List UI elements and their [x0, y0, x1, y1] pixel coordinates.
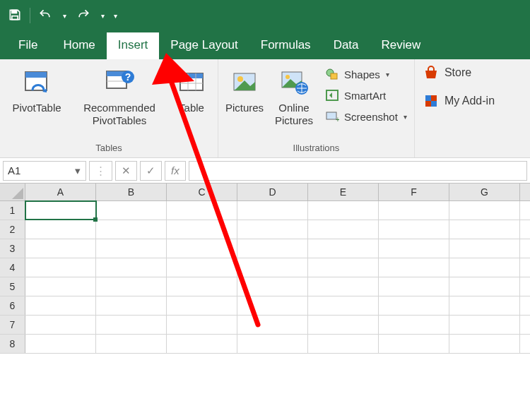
cell[interactable] — [25, 239, 96, 258]
cell[interactable] — [379, 296, 449, 315]
cell[interactable] — [237, 296, 308, 315]
tab-data[interactable]: Data — [322, 32, 370, 59]
column-header[interactable]: E — [308, 184, 379, 200]
row-header[interactable]: 6 — [0, 296, 25, 315]
cell[interactable] — [237, 335, 308, 353]
cell[interactable] — [379, 316, 449, 334]
formula-input[interactable] — [189, 161, 527, 181]
cell[interactable] — [308, 258, 379, 277]
undo-button[interactable] — [33, 4, 57, 28]
my-addins-button[interactable]: My Add-in — [423, 93, 495, 109]
cell[interactable] — [25, 316, 96, 334]
tab-review[interactable]: Review — [370, 32, 432, 59]
qat-customize[interactable]: ▾ — [110, 4, 121, 28]
smartart-button[interactable]: SmartArt — [322, 86, 410, 104]
cell[interactable] — [96, 335, 167, 353]
cell[interactable] — [308, 296, 379, 315]
cell[interactable] — [167, 316, 237, 334]
name-box[interactable]: A1 ▾ — [3, 161, 86, 181]
cell[interactable] — [25, 220, 96, 239]
cell[interactable] — [237, 277, 308, 296]
cell[interactable] — [308, 239, 379, 258]
undo-dropdown[interactable]: ▾ — [59, 4, 70, 28]
row-header[interactable]: 5 — [0, 277, 25, 296]
cell[interactable] — [96, 239, 167, 258]
shapes-button[interactable]: Shapes ▾ — [322, 65, 410, 83]
cell[interactable] — [308, 220, 379, 239]
cell[interactable] — [96, 201, 167, 220]
save-button[interactable] — [3, 4, 27, 28]
chevron-down-icon[interactable]: ▾ — [71, 164, 84, 177]
cell[interactable] — [449, 277, 520, 296]
cell[interactable] — [237, 239, 308, 258]
cell[interactable] — [449, 258, 520, 277]
cell[interactable] — [96, 220, 167, 239]
cell[interactable] — [379, 277, 449, 296]
cell[interactable] — [449, 296, 520, 315]
cell[interactable] — [379, 201, 449, 220]
cell[interactable] — [25, 258, 96, 277]
cell[interactable] — [96, 316, 167, 334]
pivottable-button[interactable]: PivotTable — [4, 62, 69, 117]
cell[interactable] — [96, 258, 167, 277]
tab-formulas[interactable]: Formulas — [249, 32, 322, 59]
tab-page-layout[interactable]: Page Layout — [159, 32, 249, 59]
cell[interactable] — [167, 220, 237, 239]
cell[interactable] — [308, 335, 379, 353]
enter-button[interactable]: ✓ — [140, 161, 162, 181]
cell[interactable] — [379, 239, 449, 258]
pictures-button[interactable]: Pictures — [223, 62, 266, 117]
cell[interactable] — [237, 258, 308, 277]
row-header[interactable]: 1 — [0, 201, 25, 220]
column-header[interactable]: D — [237, 184, 308, 200]
online-pictures-button[interactable]: Online Pictures — [272, 62, 316, 130]
insert-function-button[interactable]: fx — [165, 161, 186, 181]
cell[interactable] — [96, 277, 167, 296]
cell[interactable] — [25, 296, 96, 315]
cell[interactable] — [449, 335, 520, 353]
tab-home[interactable]: Home — [52, 32, 106, 59]
redo-button[interactable] — [71, 4, 95, 28]
redo-dropdown[interactable]: ▾ — [97, 4, 108, 28]
column-header[interactable]: B — [96, 184, 167, 200]
cell[interactable] — [379, 220, 449, 239]
formula-bar-handle[interactable]: ⋮ — [89, 161, 112, 181]
recommended-pivottables-button[interactable]: ? Recommended PivotTables — [75, 62, 164, 130]
cell[interactable] — [379, 335, 449, 353]
cell[interactable] — [25, 277, 96, 296]
row-header[interactable]: 7 — [0, 316, 25, 334]
cell[interactable] — [237, 220, 308, 239]
cell[interactable] — [308, 277, 379, 296]
column-header[interactable]: F — [379, 184, 449, 200]
table-button[interactable]: Table — [170, 62, 213, 117]
row-header[interactable]: 8 — [0, 335, 25, 353]
cell[interactable] — [237, 316, 308, 334]
cell[interactable] — [96, 296, 167, 315]
cell[interactable] — [449, 239, 520, 258]
select-all-corner[interactable] — [0, 184, 25, 200]
tab-insert[interactable]: Insert — [107, 32, 160, 59]
cell[interactable] — [308, 201, 379, 220]
cell[interactable] — [167, 239, 237, 258]
cell[interactable] — [167, 277, 237, 296]
cell-A1[interactable] — [25, 201, 96, 220]
cell[interactable] — [167, 201, 237, 220]
cell[interactable] — [167, 258, 237, 277]
cell[interactable] — [167, 296, 237, 315]
tab-file[interactable]: File — [4, 32, 52, 59]
cell[interactable] — [167, 335, 237, 353]
row-header[interactable]: 4 — [0, 258, 25, 277]
cell[interactable] — [449, 316, 520, 334]
cell[interactable] — [379, 258, 449, 277]
cell[interactable] — [449, 220, 520, 239]
cell[interactable] — [25, 335, 96, 353]
cell[interactable] — [308, 316, 379, 334]
column-header[interactable]: C — [167, 184, 237, 200]
screenshot-button[interactable]: + Screenshot ▾ — [322, 107, 410, 126]
row-header[interactable]: 2 — [0, 220, 25, 239]
cancel-button[interactable]: ✕ — [115, 161, 137, 181]
cell[interactable] — [449, 201, 520, 220]
column-header[interactable]: G — [449, 184, 520, 200]
row-header[interactable]: 3 — [0, 239, 25, 258]
store-button[interactable]: Store — [423, 65, 495, 80]
